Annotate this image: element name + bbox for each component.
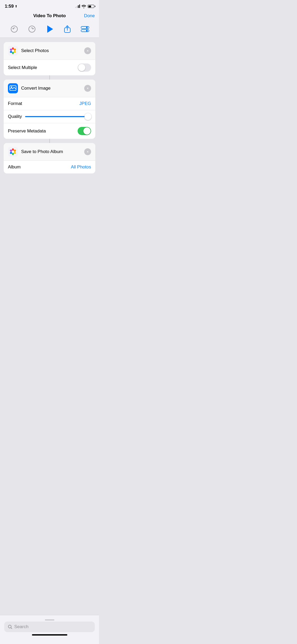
album-row[interactable]: Album All Photos bbox=[4, 160, 95, 173]
undo-button[interactable] bbox=[10, 24, 19, 34]
svg-point-0 bbox=[11, 26, 17, 32]
svg-point-15 bbox=[12, 49, 14, 52]
svg-point-7 bbox=[86, 30, 88, 31]
preserve-metadata-knob bbox=[83, 127, 91, 135]
slider-thumb[interactable] bbox=[84, 113, 91, 120]
connector-line-2 bbox=[49, 139, 50, 143]
select-multiple-toggle[interactable] bbox=[78, 63, 91, 72]
select-photos-header: Select Photos × bbox=[4, 42, 95, 59]
svg-rect-6 bbox=[81, 30, 89, 32]
select-photos-title: Select Photos bbox=[21, 48, 49, 53]
svg-rect-4 bbox=[81, 26, 89, 29]
toggle-knob bbox=[78, 64, 85, 71]
quality-label: Quality bbox=[8, 114, 22, 119]
save-photo-album-title: Save to Photo Album bbox=[21, 149, 63, 154]
wifi-icon bbox=[82, 5, 86, 8]
location-icon: ⬆ bbox=[15, 4, 17, 8]
quality-row: Quality bbox=[4, 110, 95, 123]
convert-image-title: Convert Image bbox=[21, 86, 51, 91]
slider-track bbox=[25, 116, 88, 117]
save-photos-app-icon bbox=[8, 147, 18, 157]
select-photos-card: Select Photos × Select Multiple bbox=[4, 42, 95, 75]
album-label: Album bbox=[8, 164, 21, 170]
convert-image-header: Convert Image × bbox=[4, 80, 95, 97]
format-value: JPEG bbox=[79, 101, 91, 106]
nav-title: Video To Photo bbox=[33, 13, 66, 19]
nav-bar: Video To Photo Done bbox=[0, 11, 99, 22]
convert-image-icon bbox=[8, 83, 18, 93]
preserve-metadata-label: Preserve Metadata bbox=[8, 128, 46, 134]
photos-app-icon bbox=[8, 46, 18, 56]
play-icon bbox=[47, 25, 53, 33]
settings-button[interactable] bbox=[80, 24, 90, 34]
status-icons bbox=[75, 5, 94, 8]
status-bar: 1:59 ⬆ bbox=[0, 0, 99, 11]
svg-point-1 bbox=[29, 26, 35, 32]
status-time: 1:59 bbox=[5, 4, 14, 9]
svg-point-25 bbox=[12, 150, 14, 153]
save-to-photo-album-card: Save to Photo Album × Album All Photos bbox=[4, 143, 95, 173]
album-value: All Photos bbox=[71, 164, 91, 170]
select-photos-close[interactable]: × bbox=[84, 47, 91, 54]
preserve-metadata-row: Preserve Metadata bbox=[4, 123, 95, 139]
play-button[interactable] bbox=[45, 24, 54, 34]
svg-point-17 bbox=[11, 86, 12, 88]
connector-1 bbox=[4, 75, 95, 80]
done-button[interactable]: Done bbox=[84, 13, 95, 19]
select-multiple-label: Select Multiple bbox=[8, 65, 37, 70]
quality-slider[interactable] bbox=[25, 116, 88, 117]
save-photo-album-close[interactable]: × bbox=[84, 148, 91, 155]
share-button[interactable] bbox=[63, 24, 72, 34]
main-content: Select Photos × Select Multiple bbox=[0, 38, 99, 205]
format-label: Format bbox=[8, 101, 22, 106]
battery-icon bbox=[88, 5, 94, 8]
convert-image-card: Convert Image × Format JPEG Quality Pres… bbox=[4, 80, 95, 139]
signal-bars bbox=[75, 5, 80, 8]
connector-2 bbox=[4, 139, 95, 143]
toolbar bbox=[0, 22, 99, 38]
select-multiple-row: Select Multiple bbox=[4, 59, 95, 75]
svg-point-5 bbox=[86, 27, 88, 28]
convert-image-close[interactable]: × bbox=[84, 85, 91, 92]
connector-line bbox=[49, 75, 50, 80]
format-row[interactable]: Format JPEG bbox=[4, 97, 95, 110]
save-photo-album-header: Save to Photo Album × bbox=[4, 143, 95, 160]
preserve-metadata-toggle[interactable] bbox=[78, 127, 91, 135]
redo-button[interactable] bbox=[27, 24, 37, 34]
